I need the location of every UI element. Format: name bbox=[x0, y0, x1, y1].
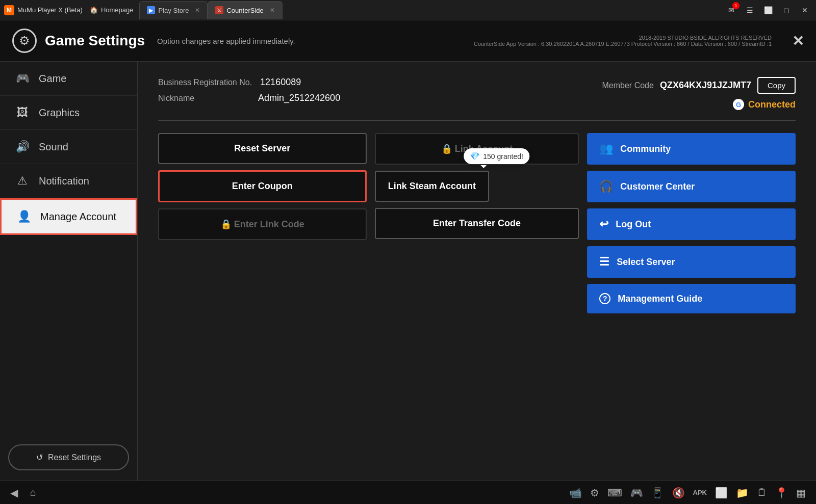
window-icon[interactable]: ⬜ bbox=[715, 487, 728, 499]
management-guide-button[interactable]: ? Management Guide bbox=[587, 284, 796, 313]
google-icon: G bbox=[733, 99, 744, 110]
member-code-value: QZX64KXJ91JZJMT7 bbox=[660, 80, 751, 91]
left-buttons-group: Reset Server Enter Coupon 🔒 Enter Link C… bbox=[158, 133, 371, 240]
apk-icon[interactable]: APK bbox=[693, 489, 707, 496]
taskbar-right: 📹 ⚙ ⌨ 🎮 📱 🔇 APK ⬜ 📁 🗒 📍 ▦ bbox=[569, 487, 806, 499]
version-info: 2018-2019 STUDIO BSIDE ALLRIGHTS RESERVE… bbox=[474, 35, 772, 47]
content-area: Business Registration No. 12160089 Nickn… bbox=[138, 62, 816, 481]
camera-icon[interactable]: 📹 bbox=[569, 487, 582, 499]
community-label: Community bbox=[620, 144, 671, 154]
nickname-label: Nickname bbox=[158, 94, 250, 103]
enter-transfer-button[interactable]: Enter Transfer Code bbox=[375, 208, 579, 239]
header-close-button[interactable]: ✕ bbox=[792, 33, 804, 49]
sidebar-item-manage-account-label: Manage Account bbox=[40, 211, 116, 223]
app-version-text: CounterSide App Version : 6.30.2602201A … bbox=[474, 41, 772, 47]
sidebar: 🎮 Game 🖼 Graphics 🔊 Sound ⚠ Notification… bbox=[0, 62, 138, 481]
maximize-button[interactable]: ◻ bbox=[779, 3, 794, 17]
account-info-section: Business Registration No. 12160089 Nickn… bbox=[158, 77, 796, 121]
business-reg-row: Business Registration No. 12160089 bbox=[158, 77, 340, 88]
right-buttons-group: 👥 Community 🎧 Customer Center ↩ Log Out … bbox=[583, 133, 796, 313]
lock-icon-2: 🔒 bbox=[441, 144, 452, 154]
notification-badge: 1 bbox=[732, 2, 740, 9]
notification-button[interactable]: ✉ 1 bbox=[724, 3, 738, 17]
close-window-button[interactable]: ✕ bbox=[798, 3, 812, 17]
nickname-value: Admin_2512242600 bbox=[258, 93, 340, 103]
sidebar-spacer bbox=[0, 235, 137, 434]
taskbar: ◀ ⌂ 📹 ⚙ ⌨ 🎮 📱 🔇 APK ⬜ 📁 🗒 📍 ▦ bbox=[0, 481, 816, 504]
gem-icon: 💎 bbox=[470, 151, 480, 161]
log-out-button[interactable]: ↩ Log Out bbox=[587, 208, 796, 240]
grid-icon[interactable]: ▦ bbox=[796, 487, 806, 499]
counterside-icon: ⚔ bbox=[215, 6, 223, 14]
game-icon: 🎮 bbox=[14, 72, 31, 85]
tab-bar: ▶ Play Store ✕ ⚔ CounterSide ✕ bbox=[139, 1, 724, 19]
reset-server-button[interactable]: Reset Server bbox=[158, 133, 367, 164]
settings-gear-icon: ⚙ bbox=[12, 29, 37, 53]
rotate-icon[interactable]: 📱 bbox=[651, 487, 664, 499]
community-button[interactable]: 👥 Community bbox=[587, 133, 796, 165]
nickname-row: Nickname Admin_2512242600 bbox=[158, 93, 340, 103]
home-icon: 🏠 bbox=[90, 6, 98, 14]
menu-button[interactable]: ☰ bbox=[743, 3, 757, 17]
gamepad-icon[interactable]: 🎮 bbox=[630, 487, 643, 499]
community-icon: 👥 bbox=[599, 142, 613, 155]
action-buttons-section: Reset Server Enter Coupon 🔒 Enter Link C… bbox=[158, 133, 796, 313]
tab-counterside[interactable]: ⚔ CounterSide ✕ bbox=[208, 1, 282, 19]
graphics-icon: 🖼 bbox=[14, 106, 31, 119]
back-icon[interactable]: ◀ bbox=[10, 487, 18, 499]
management-guide-icon: ? bbox=[599, 293, 610, 304]
reset-settings-button[interactable]: ↺ Reset Settings bbox=[8, 444, 129, 470]
enter-link-code-label: Enter Link Code bbox=[234, 219, 304, 229]
tab-playstore-close[interactable]: ✕ bbox=[195, 7, 200, 14]
home-taskbar-icon[interactable]: ⌂ bbox=[30, 487, 36, 498]
playstore-icon: ▶ bbox=[147, 6, 155, 14]
member-code-label: Member Code bbox=[602, 81, 654, 90]
app-logo: M MuMu Player X (Beta) 🏠 Homepage bbox=[4, 5, 133, 15]
select-server-label: Select Server bbox=[617, 257, 675, 268]
customer-center-icon: 🎧 bbox=[599, 180, 613, 193]
select-server-icon: ☰ bbox=[599, 255, 609, 269]
customer-center-button[interactable]: 🎧 Customer Center bbox=[587, 171, 796, 202]
location-icon[interactable]: 📍 bbox=[775, 487, 788, 499]
reset-icon: ↺ bbox=[36, 453, 43, 462]
sidebar-item-notification-label: Notification bbox=[39, 175, 89, 187]
member-code-row: Member Code QZX64KXJ91JZJMT7 Copy bbox=[602, 77, 796, 94]
log-out-label: Log Out bbox=[616, 219, 651, 230]
tab-playstore-label: Play Store bbox=[158, 7, 189, 14]
header: ⚙ Game Settings Option changes are appli… bbox=[0, 20, 816, 62]
header-subtitle: Option changes are applied immediately. bbox=[157, 37, 295, 45]
sidebar-item-sound-label: Sound bbox=[39, 141, 68, 153]
app-name: MuMu Player X (Beta) bbox=[17, 6, 83, 14]
keyboard-icon[interactable]: ⌨ bbox=[607, 487, 622, 499]
tooltip: 💎 150 granted! bbox=[464, 148, 529, 164]
restore-button[interactable]: ⬜ bbox=[761, 3, 775, 17]
sidebar-item-game-label: Game bbox=[39, 73, 66, 85]
sidebar-item-notification[interactable]: ⚠ Notification bbox=[0, 164, 137, 198]
tab-counterside-label: CounterSide bbox=[226, 7, 263, 14]
select-server-button[interactable]: ☰ Select Server bbox=[587, 246, 796, 278]
tab-playstore[interactable]: ▶ Play Store ✕ bbox=[139, 1, 208, 19]
link-steam-button[interactable]: Link Steam Account bbox=[375, 171, 489, 202]
log-out-icon: ↩ bbox=[599, 218, 608, 231]
business-reg-label: Business Registration No. bbox=[158, 78, 252, 87]
connected-status: Connected bbox=[748, 99, 796, 110]
sound-icon: 🔊 bbox=[14, 140, 31, 153]
clipboard-icon[interactable]: 🗒 bbox=[757, 487, 767, 498]
sidebar-item-graphics[interactable]: 🖼 Graphics bbox=[0, 96, 137, 130]
settings-taskbar-icon[interactable]: ⚙ bbox=[590, 487, 599, 499]
copyright-text: 2018-2019 STUDIO BSIDE ALLRIGHTS RESERVE… bbox=[474, 35, 772, 41]
tab-counterside-close[interactable]: ✕ bbox=[270, 7, 275, 14]
notification-icon: ⚠ bbox=[14, 174, 31, 188]
copy-button[interactable]: Copy bbox=[757, 77, 796, 94]
app-container: ⚙ Game Settings Option changes are appli… bbox=[0, 20, 816, 481]
sidebar-item-game[interactable]: 🎮 Game bbox=[0, 62, 137, 96]
sidebar-item-manage-account[interactable]: 👤 Manage Account bbox=[0, 198, 137, 235]
homepage-label[interactable]: Homepage bbox=[101, 6, 134, 14]
enter-coupon-button[interactable]: Enter Coupon bbox=[158, 170, 367, 202]
link-steam-wrapper: 💎 150 granted! Link Steam Account bbox=[375, 171, 579, 202]
manage-account-icon: 👤 bbox=[16, 210, 32, 223]
sidebar-item-sound[interactable]: 🔊 Sound bbox=[0, 130, 137, 164]
folder-icon[interactable]: 📁 bbox=[736, 487, 749, 499]
middle-buttons-group: 🔒 Link Account 💎 150 granted! Link Steam… bbox=[371, 133, 583, 239]
volume-icon[interactable]: 🔇 bbox=[672, 487, 685, 499]
